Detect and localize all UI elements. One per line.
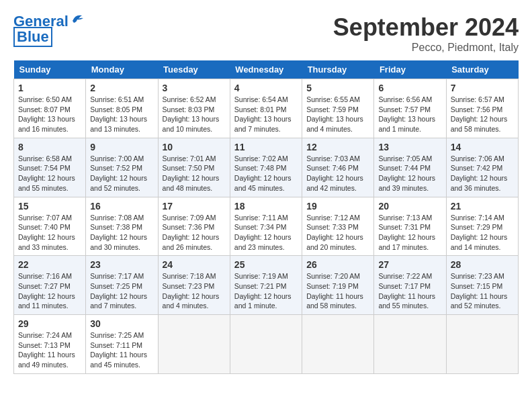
day-info: Sunrise: 6:55 AM Sunset: 7:59 PM Dayligh…	[306, 95, 369, 134]
day-number: 17	[163, 201, 226, 212]
day-info: Sunrise: 7:01 AM Sunset: 7:50 PM Dayligh…	[163, 154, 226, 193]
day-number: 23	[90, 259, 153, 270]
daylight-label: Daylight: 13 hoursand 4 minutes.	[306, 115, 363, 133]
sunset-label: Sunset: 7:27 PM	[18, 282, 71, 290]
table-row: 25 Sunrise: 7:19 AM Sunset: 7:21 PM Dayl…	[230, 256, 302, 315]
table-row: 13 Sunrise: 7:05 AM Sunset: 7:44 PM Dayl…	[374, 138, 446, 197]
sunset-label: Sunset: 7:34 PM	[234, 223, 287, 231]
sunset-label: Sunset: 7:48 PM	[234, 164, 287, 172]
day-number: 5	[306, 83, 369, 93]
day-number: 1	[18, 83, 81, 93]
sunset-label: Sunset: 7:40 PM	[18, 223, 71, 231]
table-row: 23 Sunrise: 7:17 AM Sunset: 7:25 PM Dayl…	[86, 256, 158, 315]
sunset-label: Sunset: 7:46 PM	[306, 164, 359, 172]
table-row: 14 Sunrise: 7:06 AM Sunset: 7:42 PM Dayl…	[446, 138, 518, 197]
day-number: 20	[378, 201, 441, 212]
sunset-label: Sunset: 7:13 PM	[18, 341, 71, 349]
table-row: 21 Sunrise: 7:14 AM Sunset: 7:29 PM Dayl…	[446, 197, 518, 256]
table-row: 28 Sunrise: 7:23 AM Sunset: 7:15 PM Dayl…	[446, 256, 518, 315]
day-info: Sunrise: 7:12 AM Sunset: 7:33 PM Dayligh…	[306, 213, 369, 253]
sunrise-label: Sunrise: 6:55 AM	[306, 95, 360, 103]
sunset-label: Sunset: 7:36 PM	[163, 223, 215, 231]
daylight-label: Daylight: 12 hoursand 55 minutes.	[18, 174, 75, 192]
sunset-label: Sunset: 7:17 PM	[378, 282, 431, 290]
table-row: 5 Sunrise: 6:55 AM Sunset: 7:59 PM Dayli…	[302, 79, 374, 138]
daylight-label: Daylight: 13 hoursand 1 minute.	[378, 115, 435, 133]
day-number: 15	[18, 201, 81, 212]
logo: General Blue	[13, 13, 85, 47]
sunrise-label: Sunrise: 7:02 AM	[234, 154, 288, 163]
day-number: 6	[378, 83, 441, 93]
day-number: 12	[306, 142, 369, 152]
daylight-label: Daylight: 11 hoursand 55 minutes.	[378, 292, 435, 310]
sunset-label: Sunset: 7:23 PM	[163, 282, 215, 290]
table-row: 7 Sunrise: 6:57 AM Sunset: 7:56 PM Dayli…	[446, 79, 518, 138]
table-row: 29 Sunrise: 7:24 AM Sunset: 7:13 PM Dayl…	[14, 315, 86, 374]
sunrise-label: Sunrise: 7:03 AM	[306, 154, 360, 163]
col-tuesday: Tuesday	[158, 60, 230, 79]
sunrise-label: Sunrise: 7:13 AM	[378, 214, 432, 222]
table-row: 18 Sunrise: 7:11 AM Sunset: 7:34 PM Dayl…	[230, 197, 302, 256]
table-row: 4 Sunrise: 6:54 AM Sunset: 8:01 PM Dayli…	[230, 79, 302, 138]
sunrise-label: Sunrise: 7:18 AM	[163, 272, 216, 280]
logo-bird-icon	[70, 11, 85, 26]
sunset-label: Sunset: 7:38 PM	[90, 223, 142, 231]
day-info: Sunrise: 7:19 AM Sunset: 7:21 PM Dayligh…	[234, 271, 298, 311]
day-info: Sunrise: 7:05 AM Sunset: 7:44 PM Dayligh…	[378, 154, 441, 193]
day-info: Sunrise: 7:03 AM Sunset: 7:46 PM Dayligh…	[306, 154, 369, 193]
day-number: 30	[90, 318, 153, 329]
sunrise-label: Sunrise: 6:58 AM	[18, 154, 72, 163]
day-info: Sunrise: 6:51 AM Sunset: 8:05 PM Dayligh…	[90, 95, 153, 134]
daylight-label: Daylight: 12 hoursand 36 minutes.	[451, 174, 508, 192]
calendar-week-row: 15 Sunrise: 7:07 AM Sunset: 7:40 PM Dayl…	[14, 197, 519, 256]
sunset-label: Sunset: 7:29 PM	[451, 223, 503, 231]
table-row: 27 Sunrise: 7:22 AM Sunset: 7:17 PM Dayl…	[374, 256, 446, 315]
day-info: Sunrise: 6:58 AM Sunset: 7:54 PM Dayligh…	[18, 154, 81, 193]
day-info: Sunrise: 6:56 AM Sunset: 7:57 PM Dayligh…	[378, 95, 441, 134]
table-row: 12 Sunrise: 7:03 AM Sunset: 7:46 PM Dayl…	[302, 138, 374, 197]
day-info: Sunrise: 7:22 AM Sunset: 7:17 PM Dayligh…	[378, 271, 441, 311]
title-section: September 2024 Pecco, Piedmont, Italy	[333, 13, 519, 54]
day-info: Sunrise: 7:08 AM Sunset: 7:38 PM Dayligh…	[90, 213, 153, 253]
sunrise-label: Sunrise: 7:17 AM	[90, 272, 144, 280]
daylight-label: Daylight: 12 hoursand 4 minutes.	[163, 292, 220, 310]
location: Pecco, Piedmont, Italy	[333, 42, 519, 54]
calendar-header-row: Sunday Monday Tuesday Wednesday Thursday…	[14, 60, 519, 79]
day-number: 14	[451, 142, 514, 152]
sunset-label: Sunset: 7:44 PM	[378, 164, 431, 172]
sunrise-label: Sunrise: 7:25 AM	[90, 331, 144, 339]
table-row	[230, 315, 302, 374]
day-number: 26	[306, 259, 369, 270]
day-number: 10	[163, 142, 226, 152]
daylight-label: Daylight: 12 hoursand 17 minutes.	[378, 233, 435, 251]
col-sunday: Sunday	[14, 60, 86, 79]
day-number: 13	[378, 142, 441, 152]
sunset-label: Sunset: 7:59 PM	[306, 105, 359, 113]
sunset-label: Sunset: 8:07 PM	[18, 105, 71, 113]
day-number: 9	[90, 142, 153, 152]
table-row: 6 Sunrise: 6:56 AM Sunset: 7:57 PM Dayli…	[374, 79, 446, 138]
sunset-label: Sunset: 7:54 PM	[18, 164, 71, 172]
day-info: Sunrise: 7:25 AM Sunset: 7:11 PM Dayligh…	[90, 330, 153, 370]
daylight-label: Daylight: 12 hoursand 48 minutes.	[163, 174, 220, 192]
day-number: 16	[90, 201, 153, 212]
table-row: 11 Sunrise: 7:02 AM Sunset: 7:48 PM Dayl…	[230, 138, 302, 197]
sunrise-label: Sunrise: 7:06 AM	[451, 154, 504, 163]
sunrise-label: Sunrise: 7:19 AM	[234, 272, 288, 280]
daylight-label: Daylight: 13 hoursand 7 minutes.	[234, 115, 292, 133]
daylight-label: Daylight: 12 hoursand 58 minutes.	[451, 115, 508, 133]
calendar-table: Sunday Monday Tuesday Wednesday Thursday…	[13, 60, 519, 374]
table-row	[158, 315, 230, 374]
calendar-week-row: 1 Sunrise: 6:50 AM Sunset: 8:07 PM Dayli…	[14, 79, 519, 138]
daylight-label: Daylight: 13 hoursand 16 minutes.	[18, 115, 75, 133]
day-number: 21	[451, 201, 514, 212]
day-info: Sunrise: 7:20 AM Sunset: 7:19 PM Dayligh…	[306, 271, 369, 311]
daylight-label: Daylight: 12 hoursand 42 minutes.	[306, 174, 363, 192]
day-info: Sunrise: 7:24 AM Sunset: 7:13 PM Dayligh…	[18, 330, 81, 370]
day-number: 25	[234, 259, 298, 270]
sunset-label: Sunset: 7:42 PM	[451, 164, 503, 172]
table-row	[302, 315, 374, 374]
daylight-label: Daylight: 11 hoursand 58 minutes.	[306, 292, 363, 310]
sunrise-label: Sunrise: 7:00 AM	[90, 154, 144, 163]
sunset-label: Sunset: 7:31 PM	[378, 223, 431, 231]
